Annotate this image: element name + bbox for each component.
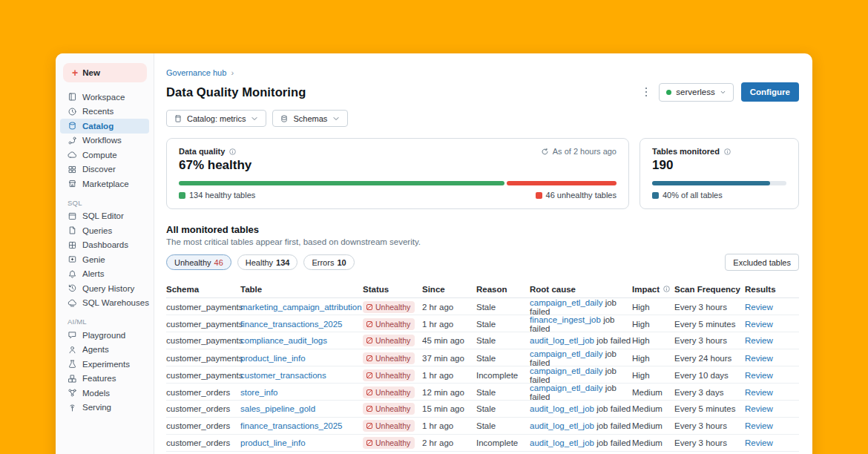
cell-table-link[interactable]: marketing_campaign_attribution — [240, 303, 363, 312]
sidebar-item-models[interactable]: Models — [60, 386, 149, 401]
status-dot-icon — [666, 90, 671, 95]
review-link[interactable]: Review — [745, 388, 799, 397]
compute-selector[interactable]: serverless — [659, 83, 733, 102]
sidebar-item-compute[interactable]: Compute — [60, 148, 149, 162]
cell-reason: Stale — [476, 303, 530, 312]
review-link[interactable]: Review — [745, 354, 799, 363]
grid-icon — [68, 165, 77, 174]
root-cause-link[interactable]: audit_log_etl_job — [530, 336, 594, 345]
cell-reason: Stale — [476, 354, 530, 363]
unhealthy-icon — [366, 355, 372, 361]
bell-icon — [68, 269, 77, 279]
sidebar-item-label: Compute — [82, 151, 117, 159]
sidebar-item-serving[interactable]: Serving — [60, 401, 149, 415]
cell-reason: Stale — [476, 404, 530, 413]
cell-table-link[interactable]: customer_transactions — [240, 371, 363, 380]
root-cause-link[interactable]: campaign_etl_daily — [530, 298, 602, 307]
chip-healthy[interactable]: Healthy 134 — [237, 254, 298, 270]
review-link[interactable]: Review — [745, 336, 799, 345]
review-link[interactable]: Review — [745, 404, 799, 413]
root-cause-link[interactable]: campaign_etl_daily — [530, 349, 602, 358]
schemas-filter[interactable]: Schemas — [272, 110, 348, 127]
tables-monitored-card: Tables monitored 190 40% of all tables — [640, 138, 799, 209]
sidebar-item-genie[interactable]: Genie — [60, 252, 149, 267]
root-cause-link[interactable]: audit_log_etl_job — [530, 404, 594, 413]
cell-table-link[interactable]: finance_transactions_2025 — [240, 320, 363, 329]
configure-button[interactable]: Configure — [741, 82, 799, 102]
cell-table-link[interactable]: product_line_info — [240, 438, 363, 447]
chip-label: Healthy — [246, 258, 273, 267]
cell-table-link[interactable]: store_info — [240, 388, 363, 397]
review-link[interactable]: Review — [745, 320, 799, 329]
catalog-filter[interactable]: Catalog: metrics — [166, 110, 266, 127]
table-header-row: Schema Table Status Since Reason Root ca… — [166, 280, 799, 298]
cell-table-link[interactable]: finance_transactions_2025 — [240, 421, 363, 430]
workspace-icon — [68, 92, 77, 102]
root-cause-link[interactable]: campaign_etl_daily — [530, 366, 602, 375]
status-badge: Unhealthy — [363, 335, 415, 346]
monitored-tables-table: Schema Table Status Since Reason Root ca… — [166, 280, 799, 454]
chip-errors[interactable]: Errors 10 — [303, 254, 354, 270]
review-link[interactable]: Review — [745, 421, 799, 430]
cell-reason: Stale — [476, 421, 530, 430]
page-title: Data Quality Monitoring — [166, 85, 306, 99]
sidebar-item-discover[interactable]: Discover — [60, 162, 149, 177]
sidebar-item-query-history[interactable]: Query History — [60, 281, 149, 296]
sidebar-item-label: Workspace — [82, 93, 125, 102]
sidebar-item-queries[interactable]: Queries — [60, 223, 149, 238]
genie-sparkle-icon — [68, 254, 77, 264]
history-clock-icon — [68, 283, 77, 293]
sidebar-item-workspace[interactable]: Workspace — [60, 90, 149, 105]
sidebar-item-alerts[interactable]: Alerts — [60, 267, 149, 282]
col-impact: Impact — [632, 285, 674, 294]
sidebar-item-label: Dashboards — [82, 240, 128, 249]
monitored-bar — [652, 181, 786, 185]
sidebar-item-marketplace[interactable]: Marketplace — [60, 177, 149, 191]
status-badge: Unhealthy — [363, 386, 415, 398]
sidebar-item-sql-warehouses[interactable]: SQL Warehouses — [60, 296, 149, 311]
kebab-menu-icon[interactable] — [641, 85, 652, 100]
info-icon[interactable] — [228, 148, 237, 156]
cell-impact: Medium — [632, 388, 674, 397]
sidebar-item-recents[interactable]: Recents — [60, 105, 149, 119]
breadcrumb-link[interactable]: Governance hub — [166, 68, 226, 77]
cell-table-link[interactable]: product_line_info — [240, 354, 363, 363]
sidebar-item-agents[interactable]: Agents — [60, 343, 149, 358]
cell-schema: customer_payments — [166, 336, 240, 345]
cell-table-link[interactable]: sales_pipeline_gold — [240, 404, 363, 413]
status-badge: Unhealthy — [363, 352, 415, 364]
sidebar-item-dashboards[interactable]: Dashboards — [60, 238, 149, 253]
schema-database-icon — [280, 114, 289, 123]
cell-table-link[interactable]: compliance_audit_logs — [240, 336, 363, 345]
info-icon[interactable] — [723, 148, 731, 156]
cell-scan-frequency: Every 3 days — [674, 388, 745, 397]
cell-root-cause: campaign_etl_daily job failed — [530, 366, 632, 384]
data-quality-card: Data quality As of 2 hours ago 67% healt… — [166, 138, 629, 209]
nodes-icon — [68, 388, 77, 398]
review-link[interactable]: Review — [745, 438, 799, 447]
catalog-filter-icon — [174, 114, 183, 123]
root-cause-link[interactable]: audit_log_etl_job — [530, 438, 594, 447]
sidebar-item-experiments[interactable]: Experiments — [60, 357, 149, 372]
status-badge: Unhealthy — [363, 301, 415, 313]
review-link[interactable]: Review — [745, 303, 799, 312]
breadcrumb[interactable]: Governance hub › — [166, 68, 799, 77]
review-link[interactable]: Review — [745, 371, 799, 380]
sidebar-section-sql: SQL — [56, 191, 154, 209]
info-icon[interactable] — [662, 285, 671, 293]
root-cause-link[interactable]: audit_log_etl_job — [530, 421, 594, 430]
sidebar-item-features[interactable]: Features — [60, 372, 149, 386]
sidebar-item-playground[interactable]: Playground — [60, 328, 149, 343]
root-cause-link[interactable]: campaign_etl_daily — [530, 384, 602, 392]
refresh-status[interactable]: As of 2 hours ago — [541, 147, 617, 156]
new-button[interactable]: + New — [63, 63, 147, 82]
table-row: customer_payments finance_transactions_2… — [166, 315, 799, 332]
cell-root-cause: audit_log_etl_job job failed — [530, 336, 632, 345]
sidebar-item-workflows[interactable]: Workflows — [60, 134, 149, 148]
cell-status: Unhealthy — [363, 437, 422, 449]
excluded-tables-button[interactable]: Excluded tables — [725, 254, 799, 271]
sidebar-item-catalog[interactable]: Catalog — [60, 119, 149, 134]
sidebar-item-sql-editor[interactable]: SQL Editor — [60, 209, 149, 224]
root-cause-link[interactable]: finance_ingest_job — [530, 315, 601, 324]
chip-unhealthy[interactable]: Unhealthy 46 — [166, 254, 231, 270]
